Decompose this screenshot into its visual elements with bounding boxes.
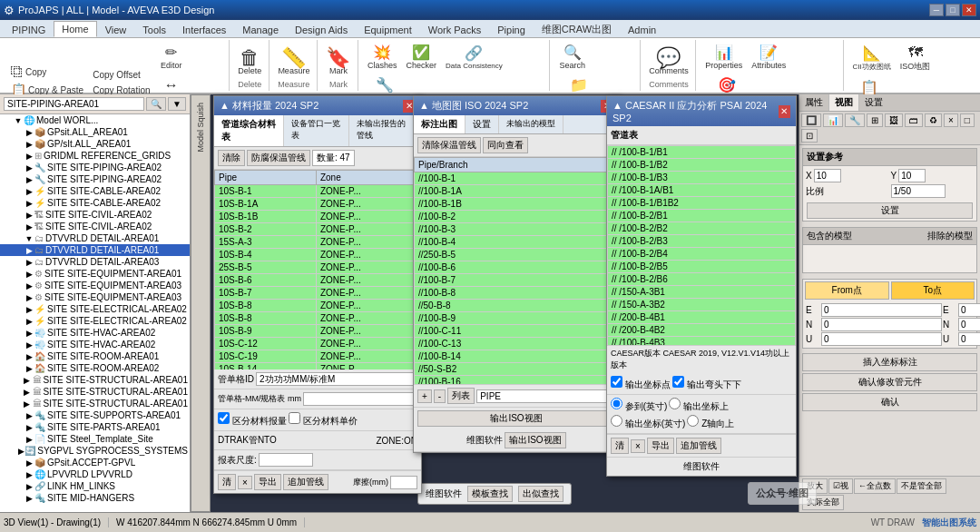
copy-button[interactable]: ⿻Copy xyxy=(7,64,87,80)
radio-metric[interactable]: 参到(英寸) xyxy=(611,398,667,413)
all-point-btn[interactable]: ←全点数 xyxy=(854,478,896,494)
tree-item[interactable]: ▶ 🔩SITE SITE-PARTS-AREA01 xyxy=(0,421,190,433)
view-ctrl-btn3[interactable]: 🔧 xyxy=(845,113,865,127)
view-ctrl-btn10[interactable]: ⊡ xyxy=(801,129,818,143)
table-row[interactable]: //100-B-3 xyxy=(415,223,619,236)
tab-tools[interactable]: Tools xyxy=(134,21,174,37)
table-row[interactable]: 10S-B-7 xyxy=(215,287,317,300)
table-row[interactable]: // /100-B-2/B6 xyxy=(608,273,796,286)
table-row[interactable]: // /100-B-4B3 xyxy=(608,337,796,346)
x-input[interactable] xyxy=(814,169,841,182)
table-row[interactable]: // /100-B-1/B1 xyxy=(608,146,796,159)
table-row[interactable]: 10S-B-8 xyxy=(215,300,317,312)
tree-item[interactable]: ▶ ⊞GRIDML REFERENCE_GRIDS xyxy=(0,150,190,162)
caesar-cb2[interactable]: 输出弯头下下 xyxy=(672,376,741,391)
tab-unoutput-pipe[interactable]: 未输出报告的管线 xyxy=(349,115,421,146)
tree-item[interactable]: ▶ 📄SITE Steel_Template_Site xyxy=(0,433,190,445)
iso-list-btn[interactable]: 列表 xyxy=(447,388,475,404)
iso-remove-btn[interactable]: - xyxy=(434,389,446,403)
tree-item[interactable]: ▶ 🏠SITE SITE-ROOM-AREA02 xyxy=(0,362,190,374)
table-row[interactable]: 25S-B-5 xyxy=(215,261,317,274)
delete-button[interactable]: 🗑 Delete xyxy=(234,42,265,78)
table-row[interactable]: //100-B-8 xyxy=(415,287,619,300)
iso-output-iso-btn[interactable]: 输出ISO视图 xyxy=(505,432,565,448)
zoom-btn[interactable]: 放大 xyxy=(802,478,828,494)
copy-offset-button[interactable]: Copy Offset xyxy=(89,68,153,82)
table-row[interactable]: //100-C-11 xyxy=(415,325,619,338)
view-ctrl-btn7[interactable]: ♻ xyxy=(925,113,942,127)
table-row[interactable]: //100-B-1 xyxy=(415,172,619,185)
radio-coord-up[interactable]: 输出坐标上 xyxy=(669,398,729,413)
table-row[interactable]: // /100-B-2/B4 xyxy=(608,248,796,261)
table-row[interactable]: //100-B-9 xyxy=(415,312,619,325)
n-input1[interactable] xyxy=(821,318,942,331)
editor-button[interactable]: ✏Editor xyxy=(156,42,188,73)
table-row[interactable]: // /200-B-4B2 xyxy=(608,324,796,337)
table-row[interactable]: //50-B-8 xyxy=(415,300,619,312)
tab-piping[interactable]: PIPING xyxy=(4,21,54,37)
iso-insulation-btn[interactable]: 清除保温管线 xyxy=(417,137,481,153)
tree-item[interactable]: ▶ 🔧SITE SITE-PIPING-AREA02 xyxy=(0,173,190,185)
tab-annotation-output[interactable]: 标注出图 xyxy=(414,115,466,133)
radio-coord-inch[interactable]: 输出坐标(英寸) xyxy=(611,415,685,430)
u-input2[interactable] xyxy=(958,332,980,346)
table-row[interactable]: // /100-B-2/B2 xyxy=(608,222,796,235)
material-cb2[interactable]: 区分材料单价 xyxy=(289,412,358,428)
table-row[interactable]: 10S-B-14 xyxy=(215,363,317,370)
tree-item[interactable]: ▶ 📦GPsit.ACCEPT-GPVL xyxy=(0,457,190,468)
tab-admin[interactable]: Admin xyxy=(620,21,664,37)
scale-input[interactable] xyxy=(891,184,946,198)
tree-item[interactable]: ▶ 🌐LPVVRLD LPVVRLD xyxy=(0,468,190,480)
table-row[interactable]: // /100-B-1/B1B2 xyxy=(608,197,796,210)
table-row[interactable]: // /150-A-3B2 xyxy=(608,299,796,311)
tree-item[interactable]: ▶ 🔗LINK HM_LINKS xyxy=(0,480,190,492)
tree-item[interactable]: ▶ 🏛SITE SITE-STRUCTURAL-AREA01 xyxy=(0,398,190,409)
table-row[interactable]: //100-B-16 xyxy=(415,376,619,385)
tree-item[interactable]: ▶ 📦GP/sIt.ALL_AREA01 xyxy=(0,138,190,150)
caesar-export-btn[interactable]: 导出 xyxy=(647,438,674,454)
tab-piping2[interactable]: Piping xyxy=(489,21,534,37)
tree-item[interactable]: ▶ ⚡SITE SITE-CABLE-AREA02 xyxy=(0,197,190,209)
table-row[interactable]: 10S-C-19 xyxy=(215,350,317,363)
table-row[interactable]: 10S-B-9 xyxy=(215,325,317,338)
material-x-btn[interactable]: × xyxy=(238,476,252,489)
mark-button[interactable]: 🔖 Mark xyxy=(322,42,354,78)
table-row[interactable]: //100-B-1A xyxy=(415,185,619,198)
table-row[interactable]: //100-B-14 xyxy=(415,350,619,363)
table-row[interactable]: // /100-B-1/B3 xyxy=(608,172,796,184)
tree-item[interactable]: ▶ ⚙SITE SITE-EQUIPMENT-AREA01 xyxy=(0,268,190,280)
cii-button[interactable]: 📐CII功效图纸 xyxy=(849,43,895,74)
to-point-btn[interactable]: To点 xyxy=(891,281,975,300)
tab-design-aids[interactable]: Design Aids xyxy=(287,21,356,37)
tab-equipment-nozzle[interactable]: 设备管口一览表 xyxy=(284,115,348,146)
close-button[interactable]: ✕ xyxy=(962,4,976,16)
tree-item[interactable]: ▶ ⚡SITE SITE-ELECTRICAL-AREA02 xyxy=(0,303,190,315)
attributes-button[interactable]: 📝Attributes xyxy=(748,42,789,73)
caesar-add-pipe-btn[interactable]: 追加管线 xyxy=(676,438,721,454)
clashes-button[interactable]: 💥Clashes xyxy=(364,42,401,73)
table-row[interactable]: //250-B-5 xyxy=(415,249,619,261)
table-row[interactable]: 10S-B-1A xyxy=(215,198,317,211)
pipe-id-input[interactable] xyxy=(256,372,417,386)
table-row[interactable]: //100-C-13 xyxy=(415,338,619,350)
table-row[interactable]: 10S-B-6 xyxy=(215,274,317,287)
e-input1[interactable] xyxy=(821,303,942,317)
properties-button[interactable]: 📊Properties xyxy=(701,42,746,73)
checker-button[interactable]: ✅Checker xyxy=(403,42,441,73)
tab-comprehensive-material[interactable]: 管道综合材料表 xyxy=(214,115,284,146)
tree-item[interactable]: ▶ 🔄SYGPVL SYGPROCESS_SYSTEMS xyxy=(0,445,190,457)
table-row[interactable]: 10S-B-1 xyxy=(215,185,317,198)
tree-item[interactable]: ▶ 🏗SITE SITE-CIVIL-AREA02 xyxy=(0,209,190,221)
tab-unoutput-model[interactable]: 未输出的模型 xyxy=(499,115,564,133)
table-row[interactable]: 10S-B-8 xyxy=(215,312,317,325)
tab-equipment[interactable]: Equipment xyxy=(356,21,420,37)
iso-dialog-title[interactable]: ▲ 地图图 ISO 2024 SP2 ✕ xyxy=(414,96,619,115)
material-add-pipe-btn[interactable]: 追加管线 xyxy=(283,474,328,490)
caesar-dialog-title[interactable]: ▲ CAESAR II 应力分析 PSAl 2024 SP2 ✕ xyxy=(607,96,796,126)
table-row[interactable]: // /100-B-1A/B1 xyxy=(608,184,796,197)
view-ctrl-btn5[interactable]: 🖼 xyxy=(885,113,903,127)
view-ctrl-btn1[interactable]: 🔲 xyxy=(801,113,821,127)
table-row[interactable]: // /150-A-3B1 xyxy=(608,286,796,299)
data-consistency-button[interactable]: 🔗Data Consistency xyxy=(442,43,506,73)
tree-search-input[interactable] xyxy=(4,97,144,111)
